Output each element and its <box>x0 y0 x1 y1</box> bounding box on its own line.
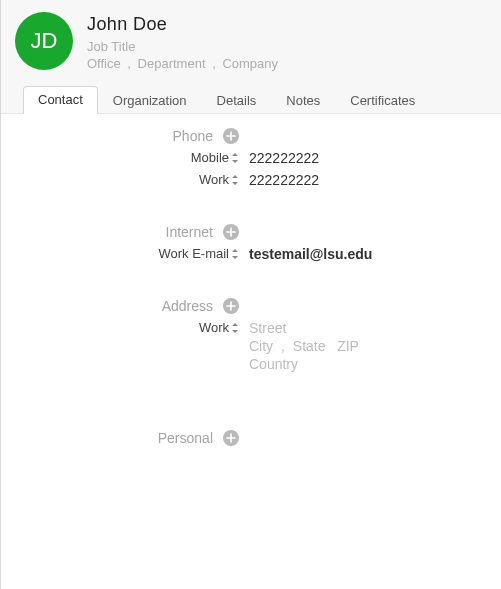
plus-icon <box>226 433 236 443</box>
address-country[interactable]: Country <box>249 356 483 372</box>
address-row: Work Street City , State ZIP Country <box>19 320 483 374</box>
email-type-label: Work E-mail <box>158 246 229 261</box>
section-label-phone: Phone <box>19 128 219 144</box>
plus-icon <box>226 301 236 311</box>
phone-type-label: Work <box>199 172 229 187</box>
email-row: Work E-mail testemail@lsu.edu <box>19 246 483 262</box>
address-city[interactable]: City <box>249 338 273 354</box>
section-phone: Phone <box>19 128 483 144</box>
section-internet: Internet <box>19 224 483 240</box>
org-office: Office <box>87 56 121 71</box>
address-state[interactable]: State <box>293 338 326 354</box>
phone-row: Mobile 222222222 <box>19 150 483 166</box>
email-value[interactable]: testemail@lsu.edu <box>249 246 483 262</box>
contact-name[interactable]: John Doe <box>87 14 278 35</box>
separator: , <box>212 56 216 71</box>
tab-certificates[interactable]: Certificates <box>335 87 430 114</box>
content: Phone Mobile 222222222 Work 222222222 <box>1 114 501 589</box>
plus-icon <box>226 227 236 237</box>
add-internet-button[interactable] <box>223 224 239 240</box>
phone-type-select[interactable]: Work <box>19 172 249 187</box>
plus-icon <box>226 131 236 141</box>
add-phone-button[interactable] <box>223 128 239 144</box>
tab-notes[interactable]: Notes <box>271 87 335 114</box>
section-address: Address <box>19 298 483 314</box>
address-zip[interactable]: ZIP <box>337 338 359 354</box>
up-down-icon <box>231 153 239 163</box>
phone-value[interactable]: 222222222 <box>249 172 483 188</box>
add-personal-button[interactable] <box>223 430 239 446</box>
up-down-icon <box>231 323 239 333</box>
tab-contact[interactable]: Contact <box>23 86 98 114</box>
tab-details[interactable]: Details <box>202 87 272 114</box>
address-value[interactable]: Street City , State ZIP Country <box>249 320 483 374</box>
address-street[interactable]: Street <box>249 320 483 336</box>
section-label-personal: Personal <box>19 430 219 446</box>
tab-organization[interactable]: Organization <box>98 87 202 114</box>
org-company: Company <box>222 56 278 71</box>
address-type-select[interactable]: Work <box>19 320 249 335</box>
title-block: John Doe Job Title Office , Department ,… <box>87 12 278 71</box>
address-type-label: Work <box>199 320 229 335</box>
up-down-icon <box>231 249 239 259</box>
avatar[interactable]: JD <box>15 12 73 70</box>
tabs: Contact Organization Details Notes Certi… <box>15 85 487 113</box>
header: JD John Doe Job Title Office , Departmen… <box>1 0 501 114</box>
add-address-button[interactable] <box>223 298 239 314</box>
phone-value[interactable]: 222222222 <box>249 150 483 166</box>
up-down-icon <box>231 175 239 185</box>
separator: , <box>281 338 285 354</box>
phone-type-label: Mobile <box>191 150 229 165</box>
org-department: Department <box>138 56 206 71</box>
org-line[interactable]: Office , Department , Company <box>87 56 278 71</box>
email-type-select[interactable]: Work E-mail <box>19 246 249 261</box>
avatar-initials: JD <box>31 28 58 54</box>
section-personal: Personal <box>19 430 483 446</box>
section-label-internet: Internet <box>19 224 219 240</box>
separator: , <box>127 56 131 71</box>
contact-editor: JD John Doe Job Title Office , Departmen… <box>1 0 501 589</box>
job-title-placeholder[interactable]: Job Title <box>87 39 278 54</box>
phone-type-select[interactable]: Mobile <box>19 150 249 165</box>
section-label-address: Address <box>19 298 219 314</box>
phone-row: Work 222222222 <box>19 172 483 188</box>
